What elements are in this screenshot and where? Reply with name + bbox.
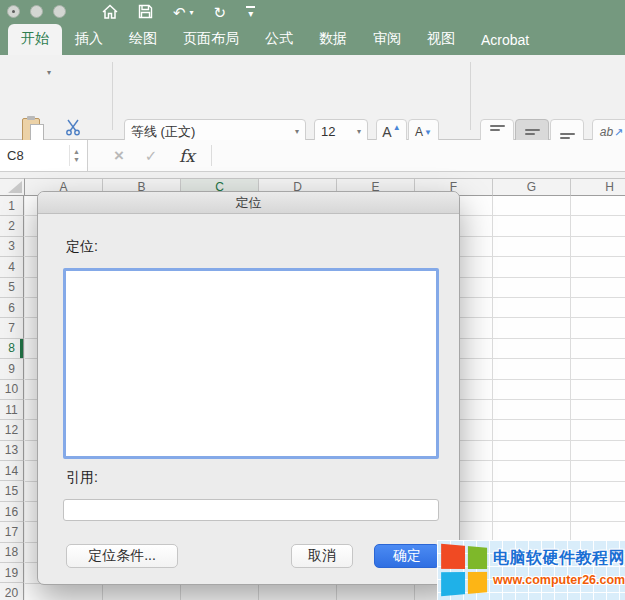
align-bottom-icon <box>560 125 575 139</box>
tab-data[interactable]: 数据 <box>306 24 360 55</box>
undo-dropdown-icon[interactable]: ▾ <box>190 9 194 17</box>
ribbon: 粘贴 ▾ ▾ 等线 (正文) <box>0 55 625 140</box>
tab-acrobat[interactable]: Acrobat <box>468 26 542 55</box>
fullscreen-button[interactable] <box>53 5 66 18</box>
name-box-stepper[interactable]: ▲▼ <box>69 145 83 166</box>
font-size-dropdown-icon: ▾ <box>357 127 361 136</box>
ribbon-tab-bar: 开始插入绘图页面布局公式数据审阅视图Acrobat <box>0 25 625 55</box>
row-header-16[interactable]: 16 <box>0 502 24 522</box>
row-header-9[interactable]: 9 <box>0 359 24 379</box>
row-header-20[interactable]: 20 <box>0 583 24 600</box>
tab-formulas[interactable]: 公式 <box>252 24 306 55</box>
paste-dropdown-icon[interactable]: ▾ <box>47 68 51 77</box>
align-middle-icon <box>525 129 540 135</box>
select-all-button[interactable] <box>0 178 25 196</box>
row-header-19[interactable]: 19 <box>0 563 24 583</box>
row-header-12[interactable]: 12 <box>0 420 24 440</box>
excel-window: ↶ ▾ ↻ ▾ 开始插入绘图页面布局公式数据审阅视图Acrobat 粘贴 ▾ <box>0 0 625 600</box>
row-header-6[interactable]: 6 <box>0 298 24 318</box>
reference-input[interactable] <box>63 499 439 521</box>
goto-dialog: 定位 定位: 引用: 定位条件... 取消 确定 <box>37 191 460 585</box>
toolbar-more-button[interactable]: ▾ <box>246 6 255 19</box>
row-header-14[interactable]: 14 <box>0 461 24 481</box>
close-button[interactable] <box>7 5 20 18</box>
row-header-3[interactable]: 3 <box>0 237 24 257</box>
orientation-label: ab <box>600 125 613 139</box>
home-icon[interactable] <box>102 4 118 21</box>
tab-home[interactable]: 开始 <box>8 24 62 55</box>
row-header-17[interactable]: 17 <box>0 522 24 542</box>
row-header-7[interactable]: 7 <box>0 318 24 338</box>
dialog-title-bar[interactable]: 定位 <box>38 192 459 214</box>
traffic-lights <box>7 5 66 18</box>
row-header-13[interactable]: 13 <box>0 441 24 461</box>
select-all-triangle-icon <box>8 181 22 193</box>
goto-label: 定位: <box>66 238 98 256</box>
column-header-H[interactable]: H <box>571 179 625 196</box>
watermark-site-url: www.computer26.com <box>493 573 623 587</box>
undo-button[interactable]: ↶ <box>173 5 186 20</box>
column-header-G[interactable]: G <box>493 179 571 196</box>
font-name-value: 等线 (正文) <box>131 123 195 141</box>
tab-insert[interactable]: 插入 <box>62 24 116 55</box>
quick-access-toolbar: ↶ ▾ ↻ ▾ <box>102 0 255 25</box>
insert-function-button[interactable]: fx <box>172 140 202 171</box>
cancel-button[interactable]: 取消 <box>291 544 353 568</box>
scissors-icon <box>64 118 82 136</box>
row-header-11[interactable]: 11 <box>0 400 24 420</box>
chevron-down-icon: ▾ <box>248 9 253 19</box>
goto-list[interactable] <box>63 268 439 459</box>
row-header-18[interactable]: 18 <box>0 543 24 563</box>
row-header-2[interactable]: 2 <box>0 216 24 236</box>
row-header-4[interactable]: 4 <box>0 257 24 277</box>
row-header-5[interactable]: 5 <box>0 278 24 298</box>
name-box[interactable]: C8 ▲▼ <box>0 140 88 171</box>
tab-review[interactable]: 审阅 <box>360 24 414 55</box>
dialog-title: 定位 <box>236 194 262 212</box>
tab-draw[interactable]: 绘图 <box>116 24 170 55</box>
tab-view[interactable]: 视图 <box>414 24 468 55</box>
minimize-button[interactable] <box>30 5 43 18</box>
save-icon[interactable] <box>138 4 153 21</box>
reference-label: 引用: <box>66 469 98 487</box>
row-header-10[interactable]: 10 <box>0 380 24 400</box>
row-header-15[interactable]: 15 <box>0 481 24 501</box>
windows-logo-icon <box>441 544 487 596</box>
font-name-dropdown-icon: ▾ <box>295 127 299 136</box>
watermark-site-name: 电脑软硬件教程网 <box>493 548 623 569</box>
ok-button[interactable]: 确定 <box>374 544 440 568</box>
name-box-value: C8 <box>0 148 24 163</box>
cut-button[interactable] <box>62 117 84 137</box>
down-triangle-icon: ▼ <box>424 128 432 137</box>
formula-input[interactable] <box>216 140 625 171</box>
row-header-8[interactable]: 8 <box>0 339 24 359</box>
special-button[interactable]: 定位条件... <box>66 544 178 568</box>
cancel-icon[interactable]: × <box>106 140 132 171</box>
align-top-icon <box>490 125 505 139</box>
row-header-1[interactable]: 1 <box>0 196 24 216</box>
shrink-font-letter: A <box>415 125 423 139</box>
grow-font-letter: A <box>382 124 391 140</box>
diagonal-arrow-icon: ↗ <box>614 126 623 139</box>
watermark: 电脑软硬件教程网 www.computer26.com <box>437 540 625 600</box>
up-triangle-icon: ▲ <box>393 123 401 132</box>
font-size-value: 12 <box>321 124 335 139</box>
title-bar: ↶ ▾ ↻ ▾ <box>0 0 625 25</box>
redo-button[interactable]: ↻ <box>214 5 227 20</box>
formula-bar: C8 ▲▼ × ✓ fx <box>0 140 625 172</box>
tab-page-layout[interactable]: 页面布局 <box>170 24 252 55</box>
enter-icon[interactable]: ✓ <box>138 140 164 171</box>
row-headers: 123456789101112131415161718192021 <box>0 196 25 600</box>
